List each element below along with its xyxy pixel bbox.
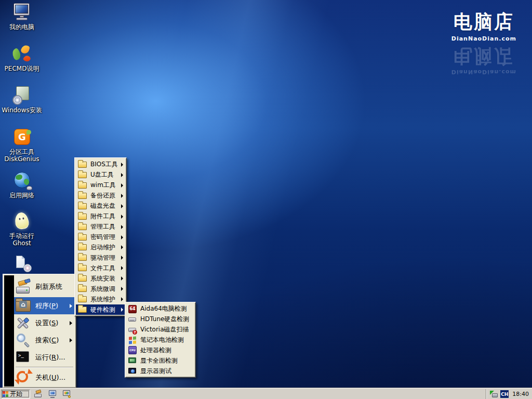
menu-separator [16, 367, 73, 368]
start-menu-banner [4, 275, 14, 387]
menu-item-label: 程序(P) [35, 301, 58, 311]
menu-item-admin-tools[interactable]: 管理工具 [76, 222, 125, 232]
brand-domain: DianNaoDian.com [451, 35, 516, 42]
menu-item-system-maintenance[interactable]: 系统维护 [76, 294, 125, 304]
hardware-tray-icon[interactable] [490, 391, 498, 397]
menu-item-driver-mgmt[interactable]: 驱动管理 [76, 252, 125, 263]
submenu-arrow-icon [121, 276, 123, 281]
desktop-wallpaper: 电脑店 DianNaoDian.com DianNaoDian.com 电脑店 … [0, 0, 532, 399]
folder-icon [78, 255, 87, 261]
submenu-arrow-icon [70, 338, 72, 342]
submenu-arrow-icon [121, 204, 123, 208]
desktop-icon-pecmd[interactable]: PECMD说明 [0, 45, 44, 72]
folder-icon [78, 296, 87, 302]
start-button-label: 开始 [10, 390, 22, 398]
folder-icon [78, 265, 87, 271]
menu-item-label: 搜索(C) [35, 336, 59, 345]
menu-item-accessories[interactable]: 附件工具 [76, 211, 125, 222]
menu-item-wim-tools[interactable]: wim工具 [76, 180, 125, 191]
aida64-icon: 64 [128, 305, 137, 313]
hardware-submenu: 64 Aida64电脑检测 HDTune硬盘检测 ? Victoria磁盘扫描 … [125, 302, 196, 378]
brand-logo: 电脑店 DianNaoDian.com DianNaoDian.com 电脑店 [451, 9, 516, 75]
submenu-arrow-icon [121, 235, 123, 240]
menu-item-bios-tools[interactable]: BIOS工具 [76, 159, 125, 170]
desktop-icon-label: Windows安装 [2, 107, 42, 114]
desktop-icon-diskgenius[interactable]: G 分区工具 DiskGenius [0, 128, 44, 163]
folder-icon [78, 234, 87, 241]
menu-item-gpu-test[interactable]: 显卡全面检测 [126, 355, 194, 366]
desktop-icon-label: 我的电脑 [9, 23, 34, 31]
pecmd-butterfly-icon [11, 45, 32, 63]
folder-icon [78, 214, 87, 220]
menu-item-boot-maintenance[interactable]: 启动维护 [76, 243, 125, 253]
folder-icon [78, 162, 87, 168]
menu-item-aida64[interactable]: 64 Aida64电脑检测 [126, 304, 194, 314]
submenu-arrow-icon [121, 163, 123, 167]
programs-folder-icon: ⌂ [16, 299, 31, 313]
start-button[interactable]: 开始 [1, 390, 30, 398]
menu-item-notebook-battery[interactable]: 笔记本电池检测 [126, 335, 194, 345]
menu-item-usb-tools[interactable]: U盘工具 [76, 170, 125, 180]
folder-icon [78, 182, 87, 189]
hdtune-drive-icon [128, 315, 137, 324]
folder-icon [78, 172, 87, 178]
desktop-icon-my-computer[interactable]: 我的电脑 [0, 3, 44, 31]
gpu-monitor-icon [128, 356, 137, 365]
folder-icon [78, 286, 87, 292]
folder-icon [78, 224, 87, 230]
desktop-icon-label: 启用网络 [9, 192, 34, 199]
menu-item-hdtune[interactable]: HDTune硬盘检测 [126, 314, 194, 325]
desktop-icon-enable-network[interactable]: 启用网络 [0, 171, 44, 199]
menu-item-hardware-detect[interactable]: 硬件检测 [76, 304, 125, 315]
submenu-arrow-icon [121, 287, 123, 291]
menu-item-system-install[interactable]: 系统安装 [76, 273, 125, 284]
desktop-icon-document-cd[interactable] [0, 256, 44, 274]
windows-install-icon [11, 86, 32, 105]
quicklaunch-refresh-system-icon[interactable] [34, 390, 43, 398]
battery-flag-icon [128, 336, 137, 344]
victoria-drive-icon: ? [128, 326, 137, 334]
desktop-icon-ghost[interactable]: 手动运行 Ghost [0, 212, 44, 247]
menu-item-system-tweak[interactable]: 系统微调 [76, 284, 125, 294]
brand-logo-reflection: DianNaoDian.com 电脑店 [451, 43, 516, 75]
submenu-arrow-icon [70, 321, 72, 325]
taskbar-clock: 18:40 [511, 391, 529, 397]
menu-item-run[interactable]: >_ 运行(R)... [14, 349, 75, 366]
folder-icon [78, 203, 87, 209]
start-menu: 刷新系统 ⌂ 程序(P) 设置(S) 搜索(C) [3, 274, 76, 388]
menu-item-programs[interactable]: ⌂ 程序(P) [14, 297, 75, 314]
document-cd-icon [11, 256, 32, 274]
language-indicator[interactable]: CH [500, 390, 509, 398]
menu-item-refresh-system[interactable]: 刷新系统 [14, 276, 75, 297]
ghost-icon [11, 212, 32, 231]
menu-item-search[interactable]: 搜索(C) [14, 331, 75, 349]
shutdown-icon [16, 370, 31, 384]
menu-item-cpu-test[interactable]: CPU 处理器检测 [126, 345, 194, 355]
menu-item-file-tools[interactable]: 文件工具 [76, 263, 125, 273]
menu-item-disk-cd[interactable]: 磁盘光盘 [76, 201, 125, 211]
desktop-icon-label: 分区工具 [9, 148, 34, 155]
submenu-arrow-icon [121, 183, 123, 188]
menu-item-settings[interactable]: 设置(S) [14, 314, 75, 331]
menu-item-shutdown[interactable]: 关机(U)... [14, 369, 75, 386]
submenu-arrow-icon [121, 173, 123, 177]
submenu-arrow-icon [121, 194, 123, 198]
menu-item-label: 刷新系统 [35, 282, 62, 291]
settings-tools-icon [16, 316, 31, 330]
quicklaunch-display-settings-icon[interactable] [62, 390, 71, 398]
search-magnifier-icon [16, 333, 31, 347]
menu-item-label: 关机(U)... [35, 373, 65, 382]
brand-title: 电脑店 [451, 9, 516, 35]
menu-item-label: 设置(S) [35, 318, 58, 328]
folder-icon [78, 275, 87, 282]
menu-item-label: 运行(R)... [35, 353, 65, 362]
menu-item-password-mgmt[interactable]: 密码管理 [76, 232, 125, 243]
folder-icon [78, 244, 87, 250]
run-terminal-icon: >_ [16, 350, 31, 364]
desktop-icon-windows-install[interactable]: Windows安装 [0, 86, 44, 114]
quicklaunch-display-icon[interactable] [48, 390, 57, 398]
menu-item-backup-restore[interactable]: 备份还原 [76, 191, 125, 201]
desktop-icon-label: PECMD说明 [5, 65, 39, 72]
menu-item-victoria[interactable]: ? Victoria磁盘扫描 [126, 325, 194, 335]
menu-item-monitor-test[interactable]: 显示器测试 [126, 366, 194, 376]
